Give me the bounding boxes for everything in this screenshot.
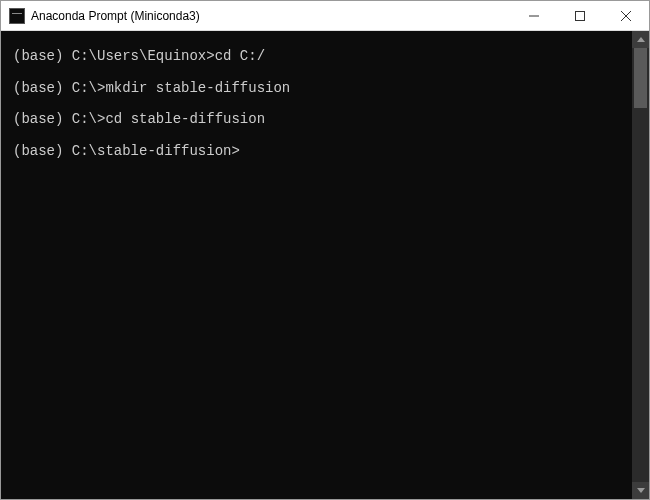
scroll-up-button[interactable] — [632, 31, 649, 48]
command: cd C:/ — [215, 48, 265, 64]
minimize-button[interactable] — [511, 1, 557, 30]
close-button[interactable] — [603, 1, 649, 30]
close-icon — [621, 11, 631, 21]
maximize-icon — [575, 11, 585, 21]
window-title: Anaconda Prompt (Miniconda3) — [31, 9, 511, 23]
titlebar[interactable]: Anaconda Prompt (Miniconda3) — [1, 1, 649, 31]
prompt: (base) C:\Users\Equinox> — [13, 48, 215, 64]
prompt: (base) C:\> — [13, 111, 105, 127]
terminal-line: (base) C:\>mkdir stable-diffusion — [13, 79, 620, 99]
terminal-line: (base) C:\Users\Equinox>cd C:/ — [13, 47, 620, 67]
maximize-button[interactable] — [557, 1, 603, 30]
prompt: (base) C:\> — [13, 80, 105, 96]
chevron-up-icon — [637, 37, 645, 42]
command: mkdir stable-diffusion — [105, 80, 290, 96]
minimize-icon — [529, 11, 539, 21]
terminal-area: (base) C:\Users\Equinox>cd C:/ (base) C:… — [1, 31, 649, 499]
scrollbar[interactable] — [632, 31, 649, 499]
scroll-down-button[interactable] — [632, 482, 649, 499]
command: cd stable-diffusion — [105, 111, 265, 127]
chevron-down-icon — [637, 488, 645, 493]
svg-rect-1 — [576, 11, 585, 20]
prompt: (base) C:\stable-diffusion> — [13, 143, 240, 159]
terminal-line: (base) C:\stable-diffusion> — [13, 142, 620, 162]
window-controls — [511, 1, 649, 30]
app-icon — [9, 8, 25, 24]
terminal-line: (base) C:\>cd stable-diffusion — [13, 110, 620, 130]
terminal[interactable]: (base) C:\Users\Equinox>cd C:/ (base) C:… — [1, 31, 632, 499]
scrollbar-thumb[interactable] — [634, 48, 647, 108]
